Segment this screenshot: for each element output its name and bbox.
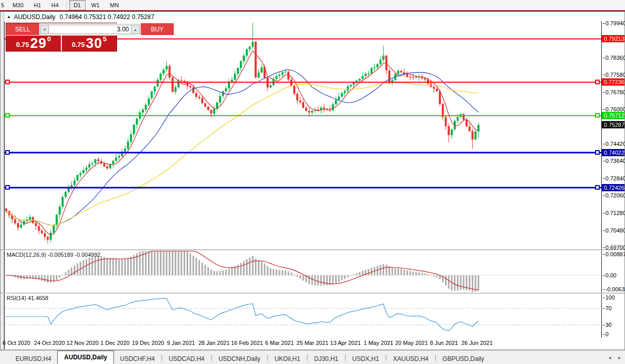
collapse-triangle-icon[interactable]: ▲ xyxy=(7,14,11,19)
timeframe-toolbar: 5M30H1H4D1W1MN xyxy=(0,0,625,10)
rsi-axis-tick: 70 xyxy=(605,305,612,312)
tab-ukoil-h1[interactable]: UKOil,H1 xyxy=(268,353,306,364)
date-axis-label: 28 Jan 2021 xyxy=(199,340,230,346)
window-left-gutter xyxy=(1,12,4,350)
tab-usdcad-h4[interactable]: USDCAD,H4 xyxy=(162,353,210,364)
line-handle[interactable] xyxy=(6,80,9,84)
timeframe-button-5[interactable]: 5 xyxy=(1,0,7,10)
sell-price[interactable]: 0.75 29 0 xyxy=(6,36,61,51)
current-bid-price-label: 0.75287 xyxy=(602,121,624,128)
macd-axis-tick: 0.00 xyxy=(605,272,616,279)
price-axis-tick: 0.71280 xyxy=(605,209,625,217)
rsi-axis: 10070300 xyxy=(601,294,624,338)
tab-scroll-left-icon[interactable]: ◂ xyxy=(608,355,611,360)
chart-tab-bar: EURUSD,H4AUDUSD,DailyUSDCHF,H4|USDCAD,H4… xyxy=(0,350,625,364)
line-handle[interactable] xyxy=(596,186,599,189)
level-price-label: 0.79213 xyxy=(602,35,624,42)
date-axis-label: 6 Oct 2020 xyxy=(3,340,30,346)
volume-input[interactable] xyxy=(49,25,131,34)
chart-window: ▲ AUDUSD,Daily 0.74964 0.75321 0.74922 0… xyxy=(0,11,625,350)
sell-price-big: 29 xyxy=(30,37,47,50)
level-price-label: 0.72426 xyxy=(602,184,624,191)
tab-scroll-nav: ◂▸ xyxy=(601,355,621,360)
level-price-label: 0.75712 xyxy=(602,112,624,119)
rsi-axis-tick: 100 xyxy=(605,294,615,301)
date-axis-label: 26 Jun 2021 xyxy=(462,340,493,346)
line-handle[interactable] xyxy=(596,151,599,154)
macd-pane: MACD(12,26,9) -0.005189 -0.004992 xyxy=(4,251,601,293)
line-handle[interactable] xyxy=(6,186,9,189)
line-handle[interactable] xyxy=(6,151,9,154)
macd-indicator-label: MACD(12,26,9) -0.005189 -0.004992 xyxy=(7,252,101,258)
price-axis-tick: 0.77580 xyxy=(605,71,625,78)
macd-axis-tick: -0.00632 xyxy=(605,286,625,293)
buy-price-big: 30 xyxy=(86,37,103,50)
rsi-axis-tick: 30 xyxy=(605,321,612,328)
toolbar-separator xyxy=(66,1,67,9)
date-axis-label: 1 Dec 2020 xyxy=(101,340,129,346)
price-axis-tick: 0.79940 xyxy=(605,20,625,27)
date-axis-label: 19 Dec 2020 xyxy=(132,340,164,346)
chart-title-row: ▲ AUDUSD,Daily 0.74964 0.75321 0.74922 0… xyxy=(5,12,624,22)
chart-ohlc-values: 0.74964 0.75321 0.74922 0.75287 xyxy=(60,13,155,21)
date-axis: 6 Oct 202024 Oct 202012 Nov 20201 Dec 20… xyxy=(4,338,601,349)
timeframe-button-h4[interactable]: H4 xyxy=(47,0,63,10)
rsi-indicator-label: RSI(14) 41.4658 xyxy=(7,295,48,301)
tab-usdcnh-daily[interactable]: USDCNH,Daily xyxy=(212,353,267,364)
date-axis-label: 24 Oct 2020 xyxy=(34,340,65,346)
date-axis-label: 16 Feb 2021 xyxy=(231,340,263,346)
buy-price[interactable]: 0.75 30 5 xyxy=(62,36,117,51)
volume-increase-icon[interactable]: ▲ xyxy=(131,25,140,34)
sell-button[interactable]: SELL xyxy=(6,23,39,36)
macd-axis: 0.0088710.00-0.00632 xyxy=(601,251,624,293)
tab-audusd-daily[interactable]: AUDUSD,Daily xyxy=(57,351,113,364)
level-price-label: 0.77236 xyxy=(602,78,624,86)
chart-symbol-label: AUDUSD,Daily xyxy=(14,13,56,21)
tab-xauusd-h4[interactable]: XAUUSD,H4 xyxy=(387,353,435,364)
volume-spinner: ▼ ▲ xyxy=(39,23,141,36)
main-chart-pane: SELL ▼ ▲ BUY 0.75 29 0 0.75 30 5 xyxy=(4,22,601,250)
line-handle[interactable] xyxy=(596,80,599,84)
volume-decrease-icon[interactable]: ▼ xyxy=(40,25,49,34)
rsi-axis-tick: 0 xyxy=(605,330,608,338)
date-axis-label: 12 Nov 2020 xyxy=(67,340,98,346)
price-axis-tick: 0.72840 xyxy=(605,175,625,182)
price-axis: 0.799400.783600.775800.767800.760000.744… xyxy=(601,22,624,250)
buy-button[interactable]: BUY xyxy=(141,23,174,36)
buy-price-base: 0.75 xyxy=(72,41,85,48)
rsi-pane: RSI(14) 41.4658 xyxy=(4,294,601,338)
tab-usdchf-h4[interactable]: USDCHF,H4 xyxy=(114,353,161,364)
level-price-label: 0.74022 xyxy=(602,149,624,156)
date-axis-label: 20 May 2021 xyxy=(395,340,428,346)
date-axis-label: 1 May 2021 xyxy=(364,340,393,346)
timeframe-button-d1[interactable]: D1 xyxy=(69,0,86,10)
one-click-trade-widget: SELL ▼ ▲ BUY 0.75 29 0 0.75 30 5 xyxy=(6,23,117,52)
tab-usdx-h1[interactable]: USDX,H1 xyxy=(346,353,385,364)
timeframe-button-mn[interactable]: MN xyxy=(105,0,123,10)
sell-price-base: 0.75 xyxy=(16,41,29,48)
tab-eurusd-h4[interactable]: EURUSD,H4 xyxy=(9,353,57,364)
line-handle[interactable] xyxy=(6,113,9,117)
timeframe-button-w1[interactable]: W1 xyxy=(87,0,105,10)
tab-scroll-right-icon[interactable]: ▸ xyxy=(618,355,621,360)
date-axis-label: 13 Apr 2021 xyxy=(330,340,360,346)
buy-price-sup: 5 xyxy=(103,35,107,43)
macd-axis-tick: 0.008871 xyxy=(605,251,625,258)
date-axis-label: 6 Mar 2021 xyxy=(265,340,294,346)
timeframe-button-h1[interactable]: H1 xyxy=(29,0,46,10)
date-axis-label: 9 Jan 2021 xyxy=(167,340,195,346)
price-axis-tick: 0.76780 xyxy=(605,89,625,96)
date-axis-label: 25 Mar 2021 xyxy=(297,340,328,346)
timeframe-button-m30[interactable]: M30 xyxy=(8,0,28,10)
date-axis-label: 8 Jun 2021 xyxy=(430,340,458,346)
price-axis-tick: 0.74420 xyxy=(605,140,625,147)
price-chart-canvas[interactable] xyxy=(5,22,601,250)
trading-terminal: { "toolbar": { "timeframes": ["5", "M30"… xyxy=(0,0,625,364)
price-axis-tick: 0.70480 xyxy=(605,227,625,234)
line-handle[interactable] xyxy=(596,113,599,117)
tab-gbpusd-daily[interactable]: GBPUSD,Daily xyxy=(436,353,490,364)
price-axis-tick: 0.72060 xyxy=(605,192,625,199)
rsi-canvas[interactable] xyxy=(5,294,601,338)
price-axis-tick: 0.73640 xyxy=(605,157,625,164)
tab-dj30-h1[interactable]: DJ30,H1 xyxy=(308,353,344,364)
